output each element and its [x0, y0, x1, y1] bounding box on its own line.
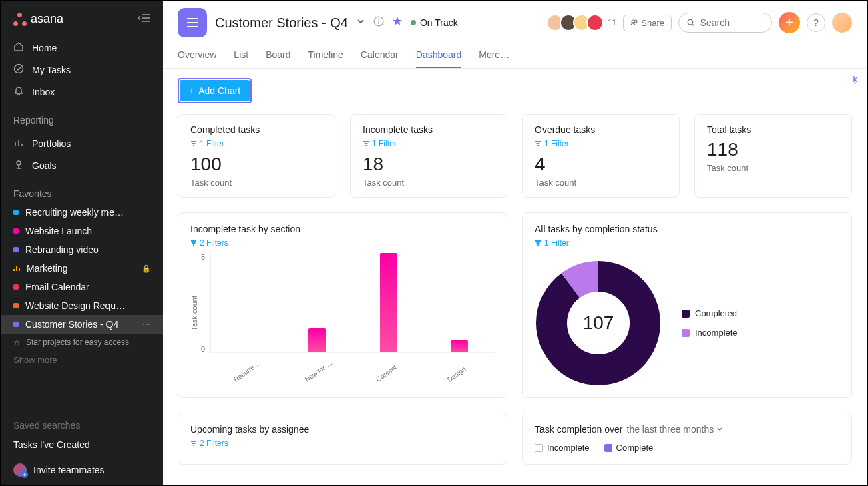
nav-label: Goals	[32, 160, 57, 171]
chart-icon	[13, 265, 20, 272]
chart-filter[interactable]: 2 Filters	[190, 439, 495, 448]
filter-text: 1 Filter	[372, 139, 397, 148]
check-label: Incomplete	[547, 443, 590, 453]
stat-card[interactable]: Total tasks118Task count	[694, 114, 852, 198]
add-chart-label: Add Chart	[198, 85, 240, 96]
tab-overview[interactable]: Overview	[178, 44, 216, 68]
status-text: On Track	[420, 17, 458, 28]
sidebar-collapse-icon[interactable]	[138, 13, 151, 26]
checkbox-icon	[535, 444, 543, 452]
project-color-icon	[13, 303, 19, 308]
show-more[interactable]: Show more	[1, 351, 163, 369]
add-chart-button[interactable]: + Add Chart	[180, 80, 250, 101]
legend-label: Incomplete	[695, 328, 738, 338]
search-input[interactable]	[700, 17, 763, 28]
favorite-item[interactable]: Marketing🔒	[1, 259, 163, 278]
nav-label: Home	[32, 43, 57, 53]
filter-icon	[190, 240, 197, 246]
chart-title: Upcoming tasks by assignee	[190, 424, 495, 435]
time-range-selector[interactable]: the last three months	[627, 424, 724, 435]
asana-logo-icon	[13, 13, 27, 26]
favorite-item[interactable]: Rebranding video	[1, 240, 163, 259]
tab-calendar[interactable]: Calendar	[361, 44, 399, 68]
favorite-item[interactable]: Customer Stories - Q4⋯	[1, 315, 163, 334]
invite-teammates[interactable]: Invite teammates	[1, 455, 163, 485]
search-box[interactable]	[678, 13, 772, 33]
nav-home[interactable]: Home	[1, 37, 163, 59]
stat-value: 118	[707, 139, 839, 160]
tab-list[interactable]: List	[234, 44, 248, 68]
project-icon[interactable]	[178, 8, 207, 37]
stat-label: Total tasks	[707, 124, 839, 135]
hint-key[interactable]: k	[853, 74, 858, 84]
series-toggle[interactable]: Incomplete	[535, 443, 590, 453]
card-filter[interactable]: 1 Filter	[363, 139, 495, 148]
status-pill[interactable]: On Track	[411, 17, 458, 28]
info-icon[interactable]	[373, 16, 384, 29]
brand-logo[interactable]: asana	[13, 12, 63, 26]
nav-goals[interactable]: Goals	[1, 154, 163, 176]
card-filter[interactable]: 1 Filter	[535, 139, 667, 148]
stat-label: Overdue tasks	[535, 124, 667, 135]
stat-sub: Task count	[363, 178, 495, 188]
stat-label: Incomplete tasks	[363, 124, 495, 135]
nav-label: Portfolios	[32, 138, 71, 149]
brand-name: asana	[31, 12, 63, 26]
legend-color-icon	[682, 329, 690, 337]
filter-icon	[535, 140, 541, 147]
upcoming-chart-card: Upcoming tasks by assignee 2 Filters	[178, 413, 507, 465]
avatar	[586, 14, 604, 31]
tab-board[interactable]: Board	[266, 44, 290, 68]
stat-label: Completed tasks	[190, 124, 322, 135]
favorite-item[interactable]: Website Launch	[1, 222, 163, 240]
member-avatars[interactable]: 11	[550, 14, 616, 31]
stat-card[interactable]: Completed tasks1 Filter100Task count	[178, 114, 335, 198]
plus-icon: +	[189, 85, 194, 96]
bar	[380, 253, 397, 353]
user-avatar[interactable]	[832, 13, 852, 33]
global-add-button[interactable]: +	[779, 12, 800, 33]
filter-text: 1 Filter	[544, 139, 569, 148]
nav-label: Inbox	[32, 87, 55, 97]
status-dot-icon	[411, 20, 416, 25]
favorite-item[interactable]: Website Design Requ…	[1, 296, 163, 315]
stat-card[interactable]: Incomplete tasks1 Filter18Task count	[350, 114, 507, 198]
chart-filter[interactable]: 1 Filter	[535, 238, 839, 248]
favorite-item[interactable]: Recruiting weekly me…	[1, 203, 163, 222]
svg-line-21	[692, 24, 694, 25]
tab-more[interactable]: More…	[479, 44, 509, 68]
filter-text: 2 Filters	[200, 439, 228, 448]
filter-icon	[190, 440, 197, 447]
checkbox-icon	[604, 444, 612, 452]
favorite-item[interactable]: Email Calendar	[1, 278, 163, 296]
star-icon[interactable]	[392, 16, 403, 29]
nav-portfolios[interactable]: Portfolios	[1, 132, 163, 154]
saved-search-item[interactable]: Tasks I've Created	[1, 435, 163, 455]
nav-check[interactable]: My Tasks	[1, 59, 163, 81]
bell-icon	[13, 85, 24, 98]
donut-chart: 107	[535, 260, 662, 387]
nav-bell[interactable]: Inbox	[1, 81, 163, 103]
chart-filter[interactable]: 2 Filters	[190, 238, 495, 248]
nav-label: My Tasks	[32, 65, 71, 75]
filter-text: 1 Filter	[200, 139, 224, 148]
project-color-icon	[13, 228, 19, 234]
filter-text: 1 Filter	[544, 238, 569, 248]
favorites-label: Favorites	[1, 179, 163, 203]
chevron-down-icon	[716, 426, 723, 433]
legend-item: Completed	[682, 308, 738, 318]
series-toggle[interactable]: Complete	[604, 443, 654, 453]
share-button[interactable]: Share	[623, 15, 672, 31]
chevron-down-icon[interactable]	[356, 17, 365, 29]
card-filter[interactable]: 1 Filter	[190, 139, 322, 148]
tab-dashboard[interactable]: Dashboard	[416, 44, 462, 68]
help-button[interactable]: ?	[807, 13, 825, 32]
star-hint: ☆Star projects for easy access	[1, 334, 163, 351]
dashboard-content: k + Add Chart Completed tasks1 Filter100…	[163, 69, 867, 485]
sidebar: asana HomeMy TasksInbox Reporting Portfo…	[1, 1, 163, 485]
tab-timeline[interactable]: Timeline	[308, 44, 343, 68]
stat-card[interactable]: Overdue tasks1 Filter4Task count	[522, 114, 680, 198]
people-icon	[630, 19, 638, 27]
share-label: Share	[641, 18, 664, 28]
more-icon[interactable]: ⋯	[142, 320, 151, 329]
